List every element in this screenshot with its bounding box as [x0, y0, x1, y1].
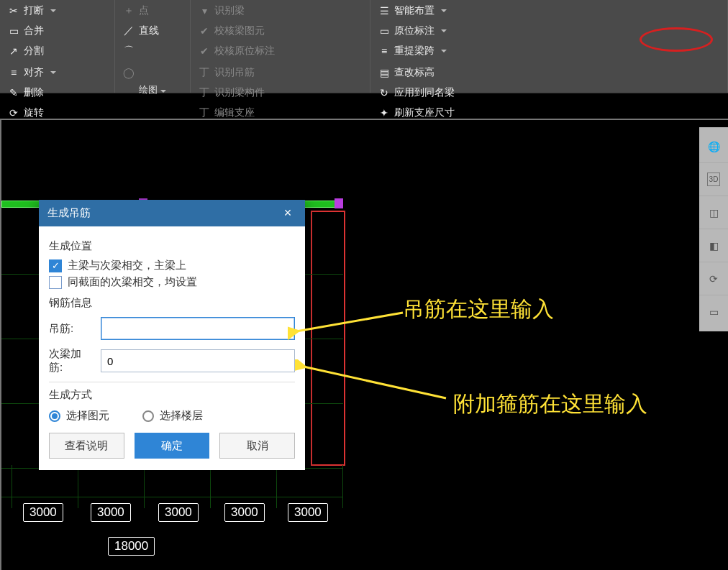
radio-select-floor[interactable]: 选择楼层	[142, 409, 203, 423]
radio-select-element[interactable]: 选择图元	[49, 409, 109, 423]
dim-label[interactable]: 3000	[288, 503, 328, 522]
label: 旋转	[24, 106, 44, 119]
radio-label: 选择楼层	[160, 409, 203, 423]
ribbon: ✂打断 ▭合并 ↗分割 ≡对齐 ✎删除 ⟳旋转 改 ＋点 ／直线 ⌒ ◯ 绘图	[0, 0, 728, 93]
line-icon: ／	[122, 24, 135, 37]
radio-dot-icon	[49, 410, 60, 422]
checkbox-label: 主梁与次梁相交，主梁上	[68, 259, 186, 272]
settings-icon: ▭	[709, 306, 719, 318]
span-icon: ≡	[378, 45, 391, 58]
tool-cube-wire[interactable]: ◫	[699, 196, 728, 229]
check2-icon: ✔	[198, 45, 211, 58]
label: 取消	[247, 439, 268, 453]
label: 直线	[139, 24, 159, 37]
section-rebar-label: 钢筋信息	[49, 296, 295, 310]
tool-cube-solid[interactable]: ◧	[699, 229, 728, 262]
checkbox-same-section[interactable]	[49, 276, 62, 289]
separator	[49, 382, 295, 382]
section-mode-label: 生成方式	[49, 388, 295, 402]
cubewire-icon: ◫	[709, 207, 719, 219]
delete-icon: ✎	[7, 86, 20, 99]
input-hang-rebar[interactable]	[101, 317, 295, 340]
btn-delete[interactable]: ✎删除	[4, 85, 110, 101]
cube3d-icon: 3D	[707, 173, 721, 186]
label: 识别吊筋	[214, 66, 255, 79]
btn-origin-annot[interactable]: ▭原位标注	[375, 23, 723, 39]
label: 重提梁跨	[394, 45, 434, 58]
dim-label[interactable]: 3000	[91, 503, 131, 522]
generate-hanging-rebar-dialog: 生成吊筋 × 生成位置 ✓ 主梁与次梁相交，主梁上 同截面的次梁相交，均设置 钢…	[39, 200, 305, 470]
dialog-close-button[interactable]: ×	[279, 206, 296, 221]
globe-icon: 🌐	[708, 141, 720, 152]
label: 校核原位标注	[214, 45, 275, 58]
tool-settings[interactable]: ▭	[699, 295, 728, 328]
tool-globe[interactable]: 🌐	[699, 130, 728, 163]
check-icon: ✔	[198, 24, 211, 37]
btn-split[interactable]: ↗分割	[4, 43, 110, 59]
btn-rec-beam: ▾识别梁	[195, 3, 365, 19]
label: 确定	[161, 439, 183, 453]
gridline	[12, 465, 12, 508]
checkbox-main-secondary[interactable]: ✓	[49, 259, 62, 272]
dim-total-label[interactable]: 18000	[108, 537, 155, 556]
input-extra-stirrup[interactable]	[101, 349, 295, 372]
btn-reset-span[interactable]: ≡重提梁跨	[375, 43, 723, 59]
btn-cancel[interactable]: 取消	[219, 433, 295, 459]
gridline	[1, 497, 343, 497]
label: 点	[139, 4, 149, 17]
btn-chk-beam-elem: ✔校核梁图元	[195, 23, 365, 39]
tool-3d[interactable]: 3D	[699, 163, 728, 196]
section-position-label: 生成位置	[49, 239, 295, 253]
btn-arc[interactable]: ⌒	[119, 43, 186, 59]
cubesolid-icon: ◧	[709, 240, 719, 252]
btn-line[interactable]: ／直线	[119, 23, 186, 39]
btn-point: ＋点	[119, 3, 186, 19]
dim-label[interactable]: 3000	[158, 503, 199, 522]
label: 智能布置	[394, 4, 434, 17]
field-hang-label: 吊筋:	[49, 322, 95, 336]
label: 删除	[24, 86, 44, 99]
btn-smart-layout[interactable]: ☰智能布置	[375, 3, 723, 19]
member-icon: 丁	[198, 86, 211, 99]
group-draw-label[interactable]: 绘图	[119, 81, 186, 101]
btn-view-help[interactable]: 查看说明	[49, 433, 124, 459]
radio-dot-icon	[142, 410, 154, 422]
break-icon: ✂	[7, 4, 20, 17]
grip-handle[interactable]	[335, 198, 343, 208]
arc-icon: ⌒	[122, 45, 135, 58]
label: 合并	[24, 24, 44, 37]
field-extra-label: 次梁加筋:	[49, 347, 95, 374]
rotate-icon: ⟳	[7, 106, 20, 119]
btn-circle: ◯	[119, 65, 186, 81]
label: 打断	[24, 4, 44, 17]
filter-icon: ▾	[198, 4, 211, 17]
label: 查改标高	[394, 66, 434, 79]
label: 分割	[24, 45, 44, 58]
label: 原位标注	[394, 24, 434, 37]
btn-ok[interactable]: 确定	[135, 433, 210, 459]
align-icon: ≡	[7, 66, 20, 79]
btn-break[interactable]: ✂打断	[4, 3, 110, 19]
gridline	[144, 465, 145, 508]
label: 对齐	[24, 66, 44, 79]
btn-rec-hang: 丁识别吊筋	[195, 65, 365, 81]
btn-align[interactable]: ≡对齐	[4, 65, 110, 81]
label: 校核梁图元	[214, 24, 265, 37]
merge-icon: ▭	[7, 24, 20, 37]
refresh-icon: ✦	[378, 106, 391, 119]
dim-label[interactable]: 3000	[224, 503, 265, 522]
btn-merge[interactable]: ▭合并	[4, 23, 110, 39]
apply-icon: ↻	[378, 86, 391, 99]
view-tool-palette: 🌐 3D ◫ ◧ ⟳ ▭	[699, 127, 728, 331]
label: 识别梁构件	[214, 86, 265, 99]
tool-refresh[interactable]: ⟳	[699, 262, 728, 295]
btn-apply-same[interactable]: ↻应用到同名梁	[375, 85, 723, 101]
btn-chk-elev[interactable]: ▤查改标高	[375, 65, 723, 81]
circle-icon: ◯	[122, 66, 135, 79]
label: 识别梁	[214, 4, 245, 17]
dim-label[interactable]: 3000	[23, 503, 63, 522]
label: 查看说明	[65, 439, 108, 453]
dialog-titlebar[interactable]: 生成吊筋 ×	[39, 200, 305, 226]
point-icon: ＋	[122, 4, 135, 17]
radio-label: 选择图元	[66, 409, 109, 423]
